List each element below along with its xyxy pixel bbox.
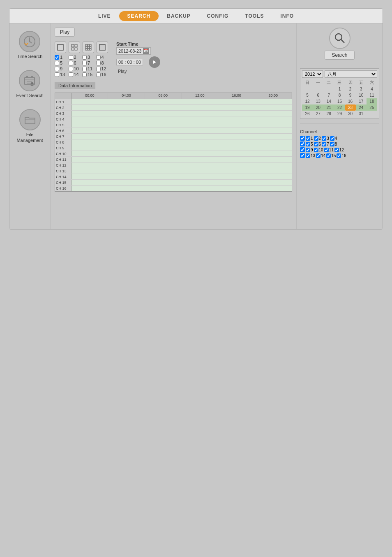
list-item[interactable]: 13 xyxy=(313,98,323,104)
list-item[interactable]: 15 xyxy=(334,98,345,104)
table-row: CH 15 xyxy=(55,180,292,186)
ch-right-13[interactable]: 13 xyxy=(306,153,315,158)
sidebar-item-file-management[interactable]: FileManagement xyxy=(13,106,46,146)
list-item[interactable]: 10 xyxy=(356,92,367,98)
list-item[interactable]: 14 xyxy=(323,98,334,104)
list-item[interactable]: 19 xyxy=(302,104,313,111)
ch-right-9[interactable]: 9 xyxy=(306,148,313,152)
list-item[interactable]: 31 xyxy=(356,111,367,117)
ch-right-7[interactable]: 7 xyxy=(322,142,329,146)
ch-check-15[interactable]: 15 xyxy=(82,72,95,77)
ch-right-15[interactable]: 15 xyxy=(326,153,336,158)
search-button[interactable]: Search xyxy=(325,51,354,60)
ch-check-11[interactable]: 11 xyxy=(82,66,95,71)
list-item[interactable]: 18 xyxy=(367,98,377,104)
list-item[interactable]: 2 xyxy=(345,86,356,92)
list-item[interactable]: 27 xyxy=(313,111,323,117)
ch-check-14[interactable]: 14 xyxy=(69,72,81,77)
list-item[interactable]: 4 xyxy=(367,86,377,92)
nav-tools[interactable]: TOOLS xyxy=(237,10,272,22)
list-item[interactable]: 29 xyxy=(334,111,345,117)
ch-check-8[interactable]: 8 xyxy=(96,60,108,65)
right-panel: Search 2012 八月 日 一 xyxy=(296,23,383,229)
nav-live[interactable]: LIVE xyxy=(90,10,119,22)
list-item[interactable]: 3 xyxy=(356,86,367,92)
ch-right-10[interactable]: 10 xyxy=(314,148,323,152)
play-circle-button[interactable] xyxy=(149,56,160,68)
ch-check-5[interactable]: 5 xyxy=(55,60,67,65)
nav-config[interactable]: CONFIG xyxy=(199,10,237,22)
sidebar-item-time-search[interactable]: Time Search xyxy=(14,28,46,63)
list-item[interactable]: 23 xyxy=(345,104,356,111)
list-item[interactable]: 25 xyxy=(367,104,377,111)
ch-right-8[interactable]: 8 xyxy=(330,142,337,146)
list-item[interactable]: 20 xyxy=(313,104,323,111)
sidebar-item-event-search[interactable]: Event Search xyxy=(13,67,46,102)
ch-check-1[interactable]: 1 xyxy=(55,55,67,60)
ch-right-2[interactable]: 2 xyxy=(314,136,321,141)
time-2000: 20:00 xyxy=(255,93,292,99)
play-button[interactable]: Play xyxy=(55,28,75,37)
nav-info[interactable]: INFO xyxy=(272,10,302,22)
list-item[interactable]: 6 xyxy=(313,92,323,98)
ch-check-7[interactable]: 7 xyxy=(82,60,95,65)
ch-check-13[interactable]: 13 xyxy=(55,72,67,77)
ch-right-6[interactable]: 6 xyxy=(314,142,321,146)
month-select[interactable]: 八月 xyxy=(325,70,377,78)
channel-checkboxes: 1 2 3 4 5 6 7 8 9 10 11 12 13 1 xyxy=(55,55,108,77)
ch-check-2[interactable]: 2 xyxy=(69,55,81,60)
ch-right-3[interactable]: 3 xyxy=(322,136,329,141)
list-item[interactable]: 12 xyxy=(302,98,313,104)
ch-right-5[interactable]: 5 xyxy=(306,142,313,146)
ch-right-12[interactable]: 12 xyxy=(334,148,344,152)
list-item[interactable]: 21 xyxy=(323,104,334,111)
ch-check-3[interactable]: 3 xyxy=(82,55,95,60)
list-item[interactable]: 16 xyxy=(345,98,356,104)
list-item[interactable]: 30 xyxy=(345,111,356,117)
list-item[interactable]: 26 xyxy=(302,111,313,117)
ch-check-6[interactable]: 6 xyxy=(69,60,81,65)
list-item[interactable]: 17 xyxy=(356,98,367,104)
svg-rect-20 xyxy=(90,44,91,46)
controls-row: 1 2 3 4 5 6 7 8 9 10 11 12 13 1 xyxy=(55,42,292,77)
quad-view-icon[interactable] xyxy=(69,42,80,53)
data-info-button[interactable]: Data Information xyxy=(55,82,95,89)
ch-check-10[interactable]: 10 xyxy=(69,66,81,71)
list-item[interactable] xyxy=(313,86,323,92)
ch-all-check-1[interactable] xyxy=(300,136,305,141)
year-select[interactable]: 2012 xyxy=(302,70,323,78)
list-item[interactable]: 22 xyxy=(334,104,345,111)
ch-right-1[interactable]: 1 xyxy=(306,136,313,141)
ch-right-14[interactable]: 14 xyxy=(316,153,325,158)
list-item[interactable]: 9 xyxy=(345,92,356,98)
list-item[interactable]: 8 xyxy=(334,92,345,98)
list-item[interactable]: 11 xyxy=(367,92,377,98)
ch-all-check-4[interactable] xyxy=(300,153,305,158)
list-item[interactable]: 5 xyxy=(302,92,313,98)
ch-check-4[interactable]: 4 xyxy=(96,55,108,60)
list-item[interactable]: 28 xyxy=(323,111,334,117)
full-view-icon[interactable] xyxy=(97,42,108,53)
list-item[interactable]: 24 xyxy=(356,104,367,111)
ch-check-9[interactable]: 9 xyxy=(55,66,67,71)
table-row: CH 13 xyxy=(55,168,292,174)
table-row: CH 11 xyxy=(55,157,292,162)
ch-check-16[interactable]: 16 xyxy=(96,72,108,77)
list-item[interactable]: 7 xyxy=(323,92,334,98)
nav-backup[interactable]: BACKUP xyxy=(159,10,198,22)
ch-right-11[interactable]: 11 xyxy=(324,148,334,152)
list-item[interactable] xyxy=(323,86,334,92)
ch-all-check-2[interactable] xyxy=(300,142,305,146)
list-item[interactable] xyxy=(302,86,313,92)
ch-right-4[interactable]: 4 xyxy=(330,136,337,141)
ch-check-12[interactable]: 12 xyxy=(96,66,108,71)
nav-search[interactable]: SEARCH xyxy=(119,11,159,21)
calendar-icon[interactable]: 📅 xyxy=(143,48,149,54)
nine-view-icon[interactable] xyxy=(83,42,94,53)
ch-all-check-3[interactable] xyxy=(300,147,305,152)
list-item[interactable]: 1 xyxy=(334,86,345,92)
timeline-ch-header xyxy=(55,93,71,99)
ch-right-16[interactable]: 16 xyxy=(337,153,346,158)
single-view-icon[interactable] xyxy=(55,42,66,53)
list-item[interactable] xyxy=(367,111,377,117)
